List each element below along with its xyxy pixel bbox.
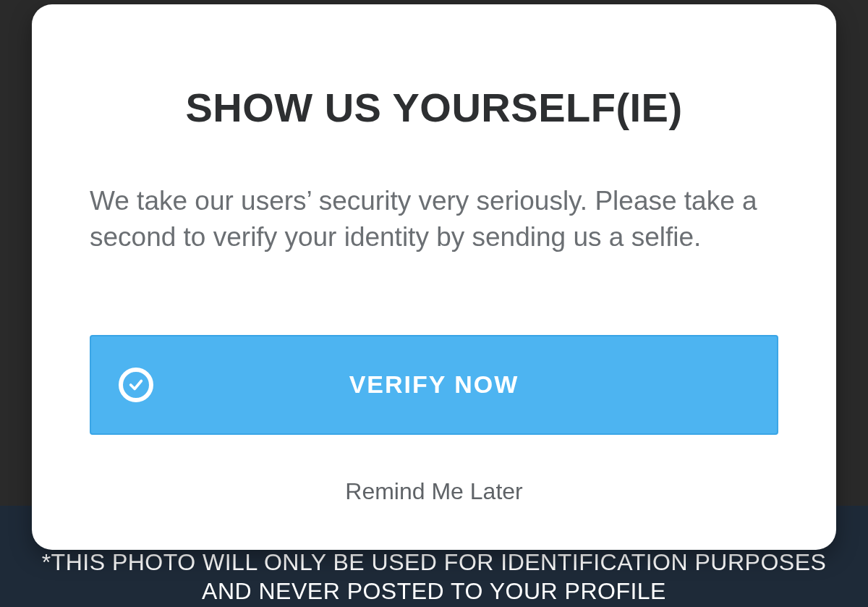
check-circle-icon	[119, 368, 153, 402]
verify-now-label: VERIFY NOW	[349, 370, 519, 399]
modal-body-text: We take our users’ security very serious…	[90, 183, 778, 255]
remind-me-later-link[interactable]: Remind Me Later	[90, 478, 778, 505]
verify-now-button[interactable]: VERIFY NOW	[90, 335, 778, 435]
modal-title: SHOW US YOURSELF(IE)	[90, 84, 778, 131]
verification-modal: SHOW US YOURSELF(IE) We take our users’ …	[32, 4, 836, 550]
disclaimer-text: *THIS PHOTO WILL ONLY BE USED FOR IDENTI…	[0, 548, 868, 607]
